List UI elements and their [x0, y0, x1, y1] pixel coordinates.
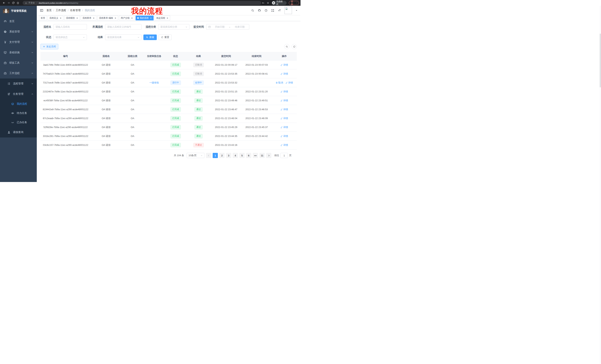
page-button-5[interactable]: 5 — [239, 153, 245, 158]
sidebar-item-任务管理[interactable]: 任务管理 — [0, 89, 37, 99]
column-header-操作: 操作 — [272, 55, 297, 58]
action-详情-link[interactable]: 详情 — [280, 90, 288, 93]
current-task-link[interactable]: 一级审批 — [149, 81, 159, 84]
tab-流程定义[interactable]: 流程定义 — [48, 16, 63, 20]
cell-category: OA — [122, 63, 143, 66]
status-select[interactable]: 请选择状态 — [53, 35, 87, 40]
action-详情-link[interactable]: 详情 — [280, 126, 288, 129]
forward-icon[interactable] — [7, 1, 10, 4]
user-icon — [7, 131, 10, 134]
pager-ellipsis[interactable]: ••• — [253, 153, 258, 158]
avatar[interactable] — [285, 7, 292, 14]
fullscreen-icon[interactable] — [271, 9, 274, 12]
search-button[interactable]: 搜索 — [143, 35, 157, 40]
close-icon[interactable] — [166, 17, 169, 19]
close-icon[interactable] — [131, 17, 133, 19]
action-取消-link[interactable]: 取消 — [276, 81, 283, 84]
action-详情-link[interactable]: 详情 — [280, 99, 288, 102]
breadcrumb-item-工作流程[interactable]: 工作流程 — [56, 9, 66, 12]
sidebar-item-研发工具[interactable]: 研发工具 — [0, 58, 37, 68]
font-size-icon[interactable] — [278, 9, 281, 12]
app-logo[interactable]: 芋道管理系统 — [0, 6, 37, 16]
tab-label: 首页 — [41, 17, 45, 20]
menu-dots-icon[interactable] — [296, 1, 297, 4]
action-详情-link[interactable]: 详情 — [280, 134, 288, 138]
sidebar-item-请假查询[interactable]: 请假查询 — [0, 127, 37, 137]
refresh-table-button[interactable] — [291, 44, 297, 49]
sidebar-toggle-icon[interactable] — [40, 9, 43, 12]
cell-process-name: OA 请假 — [91, 63, 122, 67]
sidebar-item-系统管理[interactable]: 系统管理 — [0, 27, 37, 37]
caret-down-icon[interactable] — [295, 10, 298, 11]
cell-result: 不通过 — [186, 143, 211, 147]
action-详情-link[interactable]: 详情 — [280, 72, 288, 76]
sidebar-item-基础设施[interactable]: 基础设施 — [0, 47, 37, 58]
sidebar-item-待办任务[interactable]: 待办任务 — [0, 108, 37, 118]
submit-time-range-picker[interactable]: 开始日期 - 结束日期 — [206, 24, 249, 30]
sidebar-item-首页[interactable]: 首页 — [0, 16, 37, 27]
page-button-11[interactable]: 11 — [260, 153, 265, 158]
table-row: 2152467e-7b9b-11ec-9a1b-acde48001122OA 请… — [40, 87, 297, 96]
page-button-1[interactable]: 1 — [213, 153, 218, 158]
close-icon[interactable] — [150, 17, 152, 19]
update-button[interactable]: 更新 — [289, 1, 299, 5]
tab-流程模型[interactable]: 流程模型 — [64, 16, 80, 20]
page-size-select[interactable]: 10条/页 — [187, 153, 204, 158]
page-button-4[interactable]: 4 — [233, 153, 238, 158]
cell-category: OA — [122, 117, 143, 120]
action-详情-link[interactable]: 详情 — [280, 144, 288, 147]
close-icon[interactable] — [114, 17, 116, 19]
reset-button[interactable]: 重置 — [159, 35, 172, 40]
action-详情-link[interactable]: 详情 — [280, 63, 288, 67]
table-row: 3ad174fb-7b9d-11ec-8404-acde48001122OA 请… — [40, 60, 297, 69]
tab-我的流程[interactable]: 我的流程 — [136, 16, 154, 20]
search-icon[interactable] — [251, 9, 254, 12]
create-process-button[interactable]: 发起流程 — [40, 44, 58, 49]
url-bar[interactable]: 不安全 dashboard.yudao.iocoder.cn/bpm/task/… — [23, 1, 261, 5]
tab-流程表单-编辑[interactable]: 流程表单-编辑 — [97, 16, 118, 20]
action-详情-link[interactable]: 详情 — [285, 81, 293, 84]
key-icon[interactable] — [262, 2, 264, 4]
star-icon[interactable] — [267, 2, 269, 4]
cell-end-time: 2022-01-23 00:08:41 — [241, 72, 272, 75]
close-icon[interactable] — [76, 17, 78, 19]
cell-submit-time: 2022-01-22 23:53:35 — [211, 72, 241, 75]
sidebar-item-流程管理[interactable]: 流程管理 — [0, 78, 37, 89]
page-button-3[interactable]: 3 — [226, 153, 231, 158]
result-select[interactable]: 请选择流结果 — [105, 35, 141, 40]
tab-用户分组[interactable]: 用户分组 — [119, 16, 135, 20]
github-icon[interactable] — [258, 9, 261, 12]
cell-id: 331bc281-7b9a-11ec-a290-acde48001122 — [40, 135, 91, 137]
action-详情-link[interactable]: 详情 — [280, 117, 288, 120]
process-definition-input[interactable]: 请输入流程定义的编号 — [105, 24, 141, 30]
breadcrumb-item-首页[interactable]: 首页 — [46, 9, 52, 12]
tab-首页[interactable]: 首页 — [39, 16, 47, 20]
action-label: 详情 — [283, 72, 288, 76]
close-icon[interactable] — [93, 17, 95, 19]
category-select[interactable]: 请选择流程分类 — [158, 24, 190, 30]
show-search-button[interactable] — [284, 44, 289, 49]
tab-流程表单[interactable]: 流程表单 — [81, 16, 96, 20]
tab-发起流程[interactable]: 发起流程 — [155, 16, 170, 20]
chevron-down-icon — [31, 62, 33, 64]
back-icon[interactable] — [3, 1, 5, 4]
tab-label: 用户分组 — [121, 17, 130, 20]
reload-icon[interactable] — [12, 1, 15, 4]
process-name-input[interactable]: 请输入流程名 — [53, 24, 87, 30]
sidebar-item-已办任务[interactable]: 已办任务 — [0, 118, 37, 127]
prev-page-button[interactable] — [206, 153, 211, 158]
close-icon[interactable] — [60, 17, 62, 19]
sidebar-item-工作流程[interactable]: 工作流程 — [0, 68, 37, 78]
next-page-button[interactable] — [266, 153, 271, 158]
help-icon[interactable] — [264, 9, 268, 12]
action-详情-link[interactable]: 详情 — [280, 108, 288, 111]
breadcrumb-item-任务管理[interactable]: 任务管理 — [70, 9, 80, 12]
goto-page-input[interactable]: 1 — [280, 153, 288, 158]
page-button-2[interactable]: 2 — [219, 153, 225, 158]
home-icon[interactable] — [17, 1, 19, 4]
page-button-6[interactable]: 6 — [246, 153, 251, 158]
sidebar-item-支付管理[interactable]: 支付管理 — [0, 37, 37, 47]
status-badge: 已完成 — [170, 89, 181, 94]
sidebar-item-我的流程[interactable]: 我的流程 — [0, 99, 37, 108]
cell-id: 819442e8-7b9a-11ec-a290-acde48001122 — [40, 108, 91, 111]
